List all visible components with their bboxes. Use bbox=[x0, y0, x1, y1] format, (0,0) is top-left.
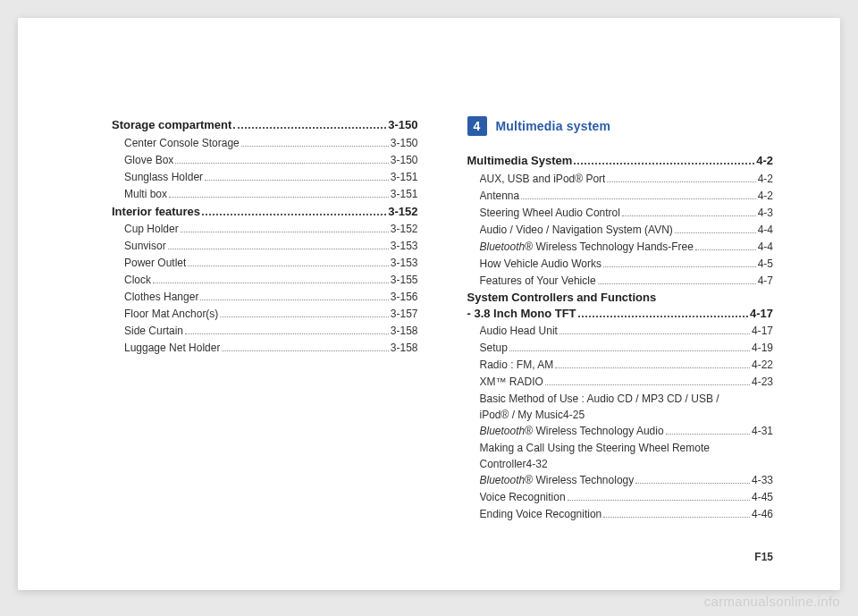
toc-sub-entry: Multi box3-151 bbox=[112, 186, 418, 202]
toc-leader-dots bbox=[607, 181, 755, 182]
toc-leader-dots bbox=[666, 434, 750, 435]
toc-sub-entry: Bluetooth® Wireless Technology4-33 bbox=[467, 472, 774, 488]
toc-entry-label: Luggage Net Holder bbox=[124, 340, 220, 356]
section-title: Multimedia system bbox=[496, 119, 611, 133]
toc-leader-dots bbox=[233, 127, 386, 129]
toc-entry-page: 3-152 bbox=[388, 203, 417, 221]
toc-leader-dots bbox=[675, 232, 756, 233]
toc-entry-label: Cup Holder bbox=[124, 221, 179, 237]
toc-leader-dots bbox=[222, 350, 388, 351]
toc-sub-entry: Cup Holder3-152 bbox=[112, 221, 418, 237]
toc-entry-label: Bluetooth® Wireless Technology Hands-Fre… bbox=[480, 239, 694, 255]
toc-main-entry: Interior features3-152 bbox=[112, 203, 418, 221]
toc-entry-label: Steering Wheel Audio Control bbox=[480, 205, 620, 221]
toc-entry-page: 3-156 bbox=[391, 289, 418, 305]
toc-entry-label: Radio : FM, AM bbox=[480, 357, 554, 373]
toc-sub-entry: Sunvisor3-153 bbox=[112, 238, 418, 254]
section-header: 4 Multimedia system bbox=[467, 116, 774, 136]
toc-leader-dots bbox=[509, 350, 750, 351]
toc-entry-label: Glove Box bbox=[124, 152, 173, 168]
toc-entry-page: 4-7 bbox=[758, 273, 773, 289]
toc-leader-dots bbox=[202, 214, 386, 215]
toc-sub-entry: Basic Method of Use : Audio CD / MP3 CD … bbox=[467, 391, 774, 423]
toc-entry-label: Controller bbox=[480, 456, 526, 472]
toc-entry-page: 3-155 bbox=[391, 272, 418, 288]
toc-sub-entry: Steering Wheel Audio Control4-3 bbox=[467, 205, 774, 221]
toc-sub-entry: Clock3-155 bbox=[112, 272, 418, 288]
manual-page: Storage compartment3-150Center Console S… bbox=[18, 18, 840, 590]
toc-entry-label: Clothes Hanger bbox=[124, 289, 198, 305]
toc-entry-label: Antenna bbox=[480, 188, 520, 204]
toc-leader-dots bbox=[578, 316, 748, 317]
toc-sub-entry: Clothes Hanger3-156 bbox=[112, 289, 418, 305]
toc-entry-label: Interior features bbox=[112, 203, 200, 221]
toc-sub-entry: Features of Your Vehicle4-7 bbox=[467, 273, 774, 289]
toc-leader-dots bbox=[603, 517, 750, 518]
left-column: Storage compartment3-150Center Console S… bbox=[112, 116, 418, 523]
toc-sub-entry: Audio Head Unit4-17 bbox=[467, 323, 774, 339]
toc-leader-dots bbox=[521, 198, 755, 199]
toc-leader-dots bbox=[635, 483, 750, 484]
toc-main-entry: Storage compartment3-150 bbox=[112, 116, 418, 134]
toc-entry-page: 3-153 bbox=[391, 238, 418, 254]
toc-entry-page: 4-19 bbox=[752, 340, 773, 356]
toc-leader-dots bbox=[695, 249, 756, 250]
watermark: carmanualsonline.info bbox=[704, 594, 840, 609]
toc-entry-page: 3-151 bbox=[391, 186, 418, 202]
toc-sub-entry: Floor Mat Anchor(s)3-157 bbox=[112, 306, 418, 322]
toc-entry-page: 4-45 bbox=[752, 489, 773, 505]
right-column: 4 Multimedia system Multimedia System4-2… bbox=[467, 116, 774, 523]
toc-entry-page: 4-3 bbox=[758, 205, 773, 221]
toc-leader-dots bbox=[574, 163, 754, 165]
toc-sub-entry: Antenna4-2 bbox=[467, 188, 774, 204]
toc-entry-label: Setup bbox=[480, 340, 508, 356]
toc-entry-label-line1: Basic Method of Use : Audio CD / MP3 CD … bbox=[480, 391, 774, 407]
toc-entry-label: Clock bbox=[124, 272, 151, 288]
toc-entry-page: 4-22 bbox=[752, 357, 773, 373]
toc-entry-label: AUX, USB and iPod® Port bbox=[480, 171, 606, 187]
toc-leader-dots bbox=[200, 300, 388, 300]
toc-sub-entry: Side Curtain3-158 bbox=[112, 323, 418, 339]
toc-sub-entry: Bluetooth® Wireless Technology Audio4-31 bbox=[467, 423, 774, 439]
toc-entry-page: 3-158 bbox=[391, 340, 418, 356]
toc-entry-label: Storage compartment bbox=[112, 116, 231, 134]
toc-entry-label: Audio / Video / Navigation System (AVN) bbox=[480, 222, 673, 238]
toc-entry-last-line: Controller4-32 bbox=[480, 456, 774, 472]
toc-sub-entry: Voice Recognition4-45 bbox=[467, 489, 774, 505]
toc-leader-dots bbox=[169, 197, 389, 198]
toc-entry-label: Sunvisor bbox=[124, 238, 166, 254]
toc-entry-page: 3-158 bbox=[391, 323, 418, 339]
toc-sub-entry: How Vehicle Audio Works4-5 bbox=[467, 256, 774, 272]
toc-entry-page: 4-33 bbox=[752, 472, 773, 488]
toc-entry-last-line: - 3.8 Inch Mono TFT4-17 bbox=[467, 306, 774, 322]
toc-entry-label: - 3.8 Inch Mono TFT bbox=[467, 306, 576, 322]
toc-entry-label: How Vehicle Audio Works bbox=[480, 256, 602, 272]
toc-leader-dots bbox=[555, 367, 750, 368]
toc-entry-label: Bluetooth® Wireless Technology bbox=[480, 472, 635, 488]
toc-entry-page: 4-2 bbox=[758, 188, 773, 204]
toc-sub-entry: Setup4-19 bbox=[467, 340, 774, 356]
toc-sub-entry: Center Console Storage3-150 bbox=[112, 135, 418, 151]
toc-leader-dots bbox=[545, 384, 750, 385]
toc-entry-page: 4-31 bbox=[752, 423, 773, 439]
toc-entry-label: Bluetooth® Wireless Technology Audio bbox=[480, 423, 664, 439]
toc-entry-page: 3-151 bbox=[391, 169, 418, 185]
page-content: Storage compartment3-150Center Console S… bbox=[18, 18, 840, 559]
toc-entry-page: 4-5 bbox=[758, 256, 773, 272]
toc-entry-page: 3-157 bbox=[391, 306, 418, 322]
toc-entry-page: 4-46 bbox=[752, 506, 773, 522]
toc-entry-last-line: iPod® / My Music4-25 bbox=[480, 407, 774, 423]
toc-sub-entry: Making a Call Using the Steering Wheel R… bbox=[467, 440, 774, 472]
toc-entry-page: 3-152 bbox=[391, 221, 418, 237]
toc-leader-dots bbox=[568, 500, 750, 501]
toc-entry-label: Side Curtain bbox=[124, 323, 183, 339]
toc-entry-page: 4-32 bbox=[526, 456, 548, 472]
toc-leader-dots bbox=[559, 333, 750, 334]
toc-entry-label: iPod® / My Music bbox=[480, 407, 564, 423]
toc-sub-entry: AUX, USB and iPod® Port4-2 bbox=[467, 171, 774, 187]
toc-entry-page: 3-153 bbox=[391, 255, 418, 271]
toc-main-entry: Multimedia System4-2 bbox=[467, 152, 774, 170]
toc-sub-entry: Bluetooth® Wireless Technology Hands-Fre… bbox=[467, 239, 774, 255]
toc-leader-dots bbox=[220, 316, 388, 317]
toc-leader-dots bbox=[205, 180, 389, 181]
